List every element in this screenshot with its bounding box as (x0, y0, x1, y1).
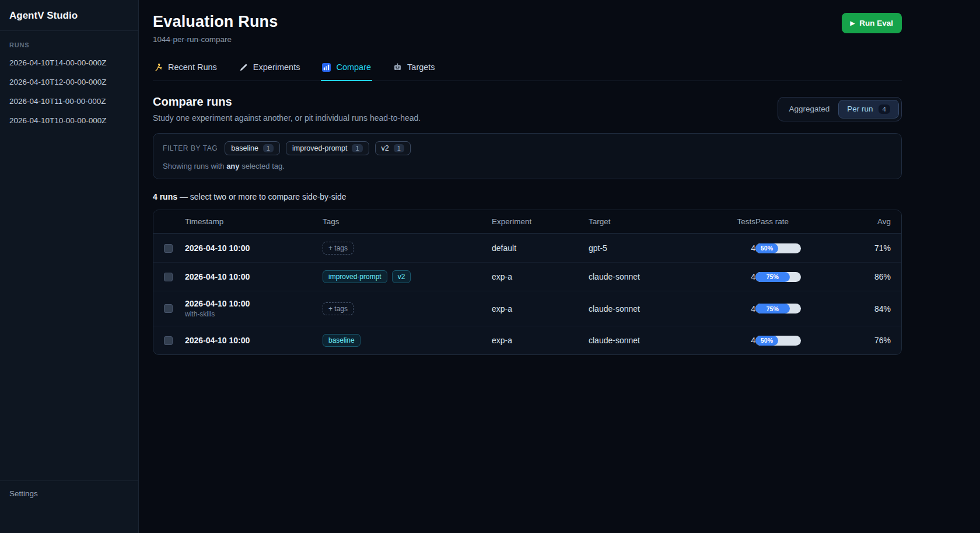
experiment-cell: exp-a (492, 336, 589, 345)
sidebar-spacer (0, 130, 138, 480)
pass-rate-label: 75% (766, 305, 779, 312)
pass-rate-fill: 50% (755, 243, 778, 253)
filter-tag-chip[interactable]: improved-prompt 1 (286, 141, 369, 155)
pass-rate-bar: 50% (755, 243, 801, 253)
toggle-per-run-label: Per run (847, 104, 873, 113)
run-eval-label: Run Eval (859, 19, 893, 27)
checkbox-cell (153, 273, 185, 281)
col-avg: Avg (843, 217, 891, 226)
tag-chip: improved-prompt (323, 270, 387, 283)
tab-bar: Recent Runs Experiments Compare Targets (153, 58, 902, 81)
table-row: 2026-04-10 10:00 with-skills + tags exp-… (153, 291, 901, 326)
runs-section-label: RUNS (0, 31, 138, 53)
runs-list: 2026-04-10T14-00-00-000Z 2026-04-10T12-0… (0, 53, 138, 130)
col-tags: Tags (323, 217, 492, 226)
compare-header: Compare runs Study one experiment agains… (153, 95, 902, 123)
tag-list: improved-prompt v2 (323, 270, 411, 283)
checkbox-cell (153, 304, 185, 313)
filter-chips: baseline 1 improved-prompt 1 v2 1 (225, 141, 411, 155)
runs-summary: 4 runs — select two or more to compare s… (153, 192, 902, 201)
timestamp-cell: 2026-04-10 10:00 (185, 272, 323, 281)
per-run-count-badge: 4 (878, 104, 890, 114)
col-pass-rate: Pass rate (755, 217, 843, 226)
filter-tag-name: baseline (231, 144, 258, 152)
avg-cell: 84% (843, 304, 891, 313)
tags-cell: improved-prompt v2 (323, 270, 492, 283)
tab-targets[interactable]: Targets (392, 58, 436, 81)
tab-recent-runs[interactable]: Recent Runs (153, 58, 218, 81)
table-row: 2026-04-10 10:00 + tags default gpt-5 4 … (153, 234, 901, 262)
sidebar-run-item[interactable]: 2026-04-10T11-00-00-000Z (0, 92, 138, 111)
tests-cell: 4 (720, 272, 755, 281)
tests-cell: 4 (720, 336, 755, 345)
sidebar-run-item[interactable]: 2026-04-10T14-00-00-000Z (0, 53, 138, 72)
pass-rate-cell: 50% (755, 243, 843, 253)
pass-rate-label: 50% (761, 245, 773, 252)
tags-cell: + tags (323, 302, 492, 315)
toggle-aggregated[interactable]: Aggregated (780, 100, 839, 118)
tag-chip: baseline (323, 334, 360, 347)
tab-label: Experiments (253, 62, 300, 72)
tab-label: Targets (407, 62, 435, 72)
sidebar-run-item[interactable]: 2026-04-10T10-00-00-000Z (0, 111, 138, 130)
avg-cell: 86% (843, 272, 891, 281)
pass-rate-cell: 50% (755, 336, 843, 346)
filter-tag-chip[interactable]: v2 1 (375, 141, 411, 155)
add-tags-button[interactable]: + tags (323, 242, 354, 255)
filter-by-tag-label: FILTER BY TAG (163, 144, 218, 152)
runs-table-body: 2026-04-10 10:00 + tags default gpt-5 4 … (153, 234, 901, 354)
experiment-cell: exp-a (492, 304, 589, 313)
main-content: Evaluation Runs 1044-per-run-compare ▶ R… (139, 0, 980, 533)
col-experiment: Experiment (492, 217, 589, 226)
row-checkbox[interactable] (164, 336, 173, 345)
toggle-per-run[interactable]: Per run 4 (838, 100, 899, 119)
pass-rate-cell: 75% (755, 272, 843, 282)
run-timestamp: 2026-04-10 10:00 (185, 299, 323, 308)
tab-label: Recent Runs (168, 62, 217, 72)
table-row: 2026-04-10 10:00 improved-prompt v2 (153, 262, 901, 291)
tab-label: Compare (336, 62, 371, 72)
tag-chip: v2 (392, 270, 411, 283)
tests-cell: 4 (720, 304, 755, 313)
checkbox-cell (153, 336, 185, 345)
tests-cell: 4 (720, 243, 755, 253)
pass-rate-label: 50% (761, 337, 773, 344)
page-subtitle: 1044-per-run-compare (153, 35, 278, 44)
filter-tag-chip[interactable]: baseline 1 (225, 141, 280, 155)
target-cell: claude-sonnet (589, 304, 720, 313)
pass-rate-bar: 50% (755, 336, 801, 346)
runs-table: Timestamp Tags Experiment Target Tests P… (153, 210, 902, 355)
target-cell: gpt-5 (589, 243, 720, 253)
timestamp-cell: 2026-04-10 10:00 (185, 243, 323, 253)
run-label: with-skills (185, 310, 323, 318)
tags-cell: + tags (323, 242, 492, 255)
tags-cell: baseline (323, 334, 492, 347)
row-checkbox[interactable] (164, 244, 173, 253)
col-target: Target (589, 217, 720, 226)
tab-compare[interactable]: Compare (321, 58, 372, 81)
filter-tag-name: improved-prompt (292, 144, 347, 152)
filter-tag-count-badge: 1 (394, 144, 404, 152)
add-tags-button[interactable]: + tags (323, 302, 354, 315)
run-timestamp: 2026-04-10 10:00 (185, 243, 323, 253)
pass-rate-bar: 75% (755, 272, 801, 282)
pass-rate-fill: 75% (755, 304, 790, 313)
timestamp-cell: 2026-04-10 10:00 (185, 336, 323, 345)
filter-note: Showing runs with any selected tag. (163, 162, 892, 170)
row-checkbox[interactable] (164, 304, 173, 313)
tab-experiments[interactable]: Experiments (238, 58, 302, 81)
settings-link[interactable]: Settings (9, 489, 129, 498)
sidebar: AgentV Studio RUNS 2026-04-10T14-00-00-0… (0, 0, 139, 533)
compare-description: Study one experiment against another, or… (153, 113, 421, 123)
timestamp-cell: 2026-04-10 10:00 with-skills (185, 299, 323, 318)
run-eval-button[interactable]: ▶ Run Eval (842, 13, 902, 33)
pass-rate-fill: 75% (755, 272, 790, 282)
sidebar-footer: Settings (0, 480, 138, 533)
filter-tag-count-badge: 1 (352, 144, 362, 152)
avg-cell: 76% (843, 336, 891, 345)
row-checkbox[interactable] (164, 273, 173, 281)
table-row: 2026-04-10 10:00 baseline exp-a claude-s… (153, 326, 901, 354)
toggle-aggregated-label: Aggregated (789, 104, 830, 113)
sidebar-run-item[interactable]: 2026-04-10T12-00-00-000Z (0, 72, 138, 92)
filter-panel: FILTER BY TAG baseline 1 improved-prompt… (153, 133, 902, 179)
